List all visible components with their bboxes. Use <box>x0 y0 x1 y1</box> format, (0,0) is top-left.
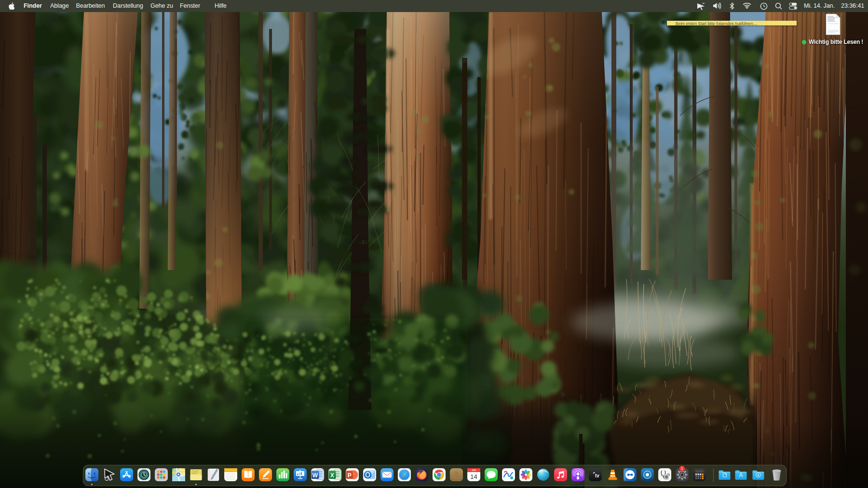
svg-text:W: W <box>312 472 318 479</box>
svg-text:P: P <box>348 472 352 479</box>
svg-text:tv: tv <box>595 473 599 478</box>
svg-text:X: X <box>330 472 334 479</box>
svg-text:14: 14 <box>470 473 477 480</box>
svg-text:JAN: JAN <box>472 469 476 472</box>
